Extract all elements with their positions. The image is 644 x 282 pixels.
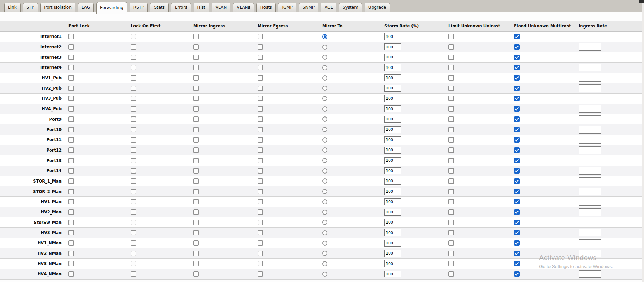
flood-unknown-multicast-checkbox[interactable] (514, 106, 520, 112)
port-lock-checkbox[interactable] (68, 230, 74, 235)
mirror-egress-checkbox[interactable] (258, 230, 263, 235)
port-lock-checkbox[interactable] (68, 44, 74, 50)
tab-port-isolation[interactable]: Port Isolation (40, 3, 75, 12)
lock-on-first-checkbox[interactable] (131, 199, 136, 204)
mirror-to-radio[interactable] (322, 241, 327, 246)
ingress-rate-input[interactable] (579, 84, 601, 92)
mirror-to-radio[interactable] (322, 137, 327, 143)
flood-unknown-multicast-checkbox[interactable] (514, 55, 520, 60)
mirror-to-radio[interactable] (322, 210, 327, 215)
mirror-ingress-checkbox[interactable] (193, 209, 199, 215)
mirror-to-radio[interactable] (322, 147, 327, 153)
limit-unknown-unicast-checkbox[interactable] (448, 75, 454, 81)
port-lock-checkbox[interactable] (68, 251, 74, 256)
limit-unknown-unicast-checkbox[interactable] (448, 271, 454, 277)
storm-rate-input[interactable] (384, 250, 401, 257)
lock-on-first-checkbox[interactable] (131, 240, 136, 246)
flood-unknown-multicast-checkbox[interactable] (514, 240, 520, 246)
ingress-rate-input[interactable] (579, 126, 601, 134)
mirror-to-radio[interactable] (322, 261, 327, 266)
mirror-ingress-checkbox[interactable] (193, 44, 199, 50)
mirror-ingress-checkbox[interactable] (193, 34, 199, 39)
flood-unknown-multicast-checkbox[interactable] (514, 230, 520, 235)
lock-on-first-checkbox[interactable] (131, 230, 136, 235)
storm-rate-input[interactable] (384, 219, 401, 226)
port-lock-checkbox[interactable] (68, 199, 74, 204)
ingress-rate-input[interactable] (579, 229, 601, 236)
lock-on-first-checkbox[interactable] (131, 44, 136, 50)
flood-unknown-multicast-checkbox[interactable] (514, 65, 520, 70)
flood-unknown-multicast-checkbox[interactable] (514, 178, 520, 184)
limit-unknown-unicast-checkbox[interactable] (448, 34, 454, 39)
tab-vlan[interactable]: VLAN (212, 3, 230, 12)
storm-rate-input[interactable] (384, 54, 401, 61)
tab-errors[interactable]: Errors (171, 3, 191, 12)
mirror-to-radio[interactable] (322, 178, 327, 184)
mirror-ingress-checkbox[interactable] (193, 251, 199, 256)
mirror-egress-checkbox[interactable] (258, 147, 263, 153)
storm-rate-input[interactable] (384, 147, 401, 154)
port-lock-checkbox[interactable] (68, 147, 74, 153)
limit-unknown-unicast-checkbox[interactable] (448, 137, 454, 143)
storm-rate-input[interactable] (384, 116, 401, 123)
mirror-egress-checkbox[interactable] (258, 189, 263, 194)
tab-lag[interactable]: LAG (78, 3, 94, 12)
flood-unknown-multicast-checkbox[interactable] (514, 271, 520, 277)
mirror-egress-checkbox[interactable] (258, 251, 263, 256)
storm-rate-input[interactable] (384, 260, 401, 267)
tab-system[interactable]: System (339, 3, 362, 12)
ingress-rate-input[interactable] (579, 115, 601, 123)
port-lock-checkbox[interactable] (68, 106, 74, 112)
port-lock-checkbox[interactable] (68, 158, 74, 163)
mirror-ingress-checkbox[interactable] (193, 230, 199, 235)
mirror-to-radio[interactable] (322, 96, 327, 101)
mirror-to-radio[interactable] (322, 116, 327, 122)
mirror-egress-checkbox[interactable] (258, 44, 263, 50)
lock-on-first-checkbox[interactable] (131, 261, 136, 266)
flood-unknown-multicast-checkbox[interactable] (514, 86, 520, 91)
lock-on-first-checkbox[interactable] (131, 178, 136, 184)
flood-unknown-multicast-checkbox[interactable] (514, 137, 520, 143)
mirror-to-radio[interactable] (322, 189, 327, 194)
mirror-ingress-checkbox[interactable] (193, 137, 199, 143)
mirror-to-radio[interactable] (322, 127, 327, 132)
mirror-to-radio[interactable] (322, 65, 327, 70)
limit-unknown-unicast-checkbox[interactable] (448, 168, 454, 174)
limit-unknown-unicast-checkbox[interactable] (448, 189, 454, 194)
lock-on-first-checkbox[interactable] (131, 189, 136, 194)
mirror-egress-checkbox[interactable] (258, 271, 263, 277)
mirror-to-radio[interactable] (322, 106, 327, 112)
port-lock-checkbox[interactable] (68, 220, 74, 225)
storm-rate-input[interactable] (384, 64, 401, 71)
scrollbar-track[interactable] (642, 3, 644, 282)
limit-unknown-unicast-checkbox[interactable] (448, 240, 454, 246)
port-lock-checkbox[interactable] (68, 116, 74, 122)
storm-rate-input[interactable] (384, 95, 401, 102)
tab-upgrade[interactable]: Upgrade (365, 3, 390, 12)
ingress-rate-input[interactable] (579, 188, 601, 195)
storm-rate-input[interactable] (384, 178, 401, 185)
port-lock-checkbox[interactable] (68, 96, 74, 101)
port-lock-checkbox[interactable] (68, 127, 74, 132)
limit-unknown-unicast-checkbox[interactable] (448, 96, 454, 101)
mirror-ingress-checkbox[interactable] (193, 147, 199, 153)
flood-unknown-multicast-checkbox[interactable] (514, 96, 520, 101)
port-lock-checkbox[interactable] (68, 34, 74, 39)
lock-on-first-checkbox[interactable] (131, 251, 136, 256)
tab-acl[interactable]: ACL (321, 3, 336, 12)
mirror-egress-checkbox[interactable] (258, 199, 263, 204)
mirror-ingress-checkbox[interactable] (193, 240, 199, 246)
tab-igmp[interactable]: IGMP (278, 3, 296, 12)
lock-on-first-checkbox[interactable] (131, 106, 136, 112)
mirror-egress-checkbox[interactable] (258, 220, 263, 225)
flood-unknown-multicast-checkbox[interactable] (514, 251, 520, 256)
lock-on-first-checkbox[interactable] (131, 147, 136, 153)
mirror-ingress-checkbox[interactable] (193, 75, 199, 81)
mirror-egress-checkbox[interactable] (258, 55, 263, 60)
storm-rate-input[interactable] (384, 74, 401, 81)
mirror-egress-checkbox[interactable] (258, 209, 263, 215)
port-lock-checkbox[interactable] (68, 189, 74, 194)
lock-on-first-checkbox[interactable] (131, 271, 136, 277)
limit-unknown-unicast-checkbox[interactable] (448, 55, 454, 60)
tab-sfp[interactable]: SFP (23, 3, 38, 12)
